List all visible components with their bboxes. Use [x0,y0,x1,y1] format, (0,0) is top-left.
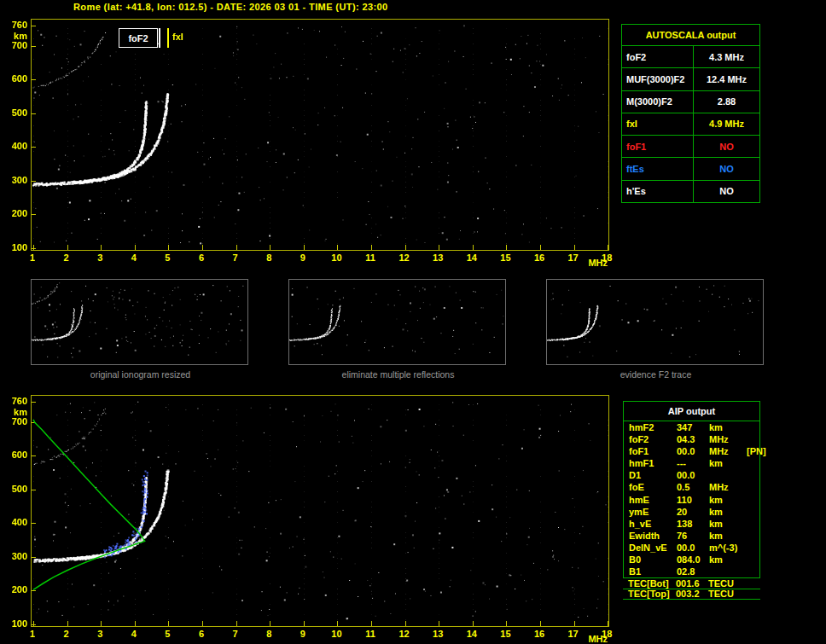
bottom-plot-ytick-760: 760 [2,396,27,406]
aip-extra [747,530,759,542]
aip-row-foe: foE0.5MHz [624,481,759,493]
tec-unit: TECU [708,579,746,589]
top-plot-xtick-15: 15 [498,252,512,263]
bottom-plot-xtick-16: 16 [532,629,546,639]
top-plot-xtick-5: 5 [160,252,174,263]
autoscala-row-value: 4.3 MHz [694,46,759,67]
tec-value: 003.2 [676,589,708,599]
thumbnail-original-ionogram [31,279,248,365]
top-plot-xtick-12: 12 [398,252,411,263]
thumbnail-eliminate-canvas [289,280,505,364]
top-plot-x-axis-unit: MHz [588,258,608,268]
bottom-plot-xtick-13: 13 [431,629,445,639]
top-plot-xtick-11: 11 [364,252,377,263]
aip-unit: km [709,518,747,530]
autoscala-row-label: foF1 [622,136,694,157]
aip-row-hmf1: hmF1---km [624,457,759,469]
thumbnail-original-canvas [32,280,247,364]
aip-extra [747,421,759,433]
aip-unit: km [709,554,747,566]
autoscala-row-value: NO [694,158,759,179]
foF2-marker-label: foF2 [128,33,148,44]
aip-extra: [PN] [747,445,766,457]
bottom-plot-ytick-300: 300 [2,551,27,561]
aip-name: B0 [629,554,677,566]
tec-value: 001.6 [676,579,708,589]
fxI-marker-label: fxI [172,32,183,42]
top-plot-xtick-6: 6 [195,252,208,263]
aip-name: Ewidth [629,530,677,542]
top-plot-ytick-700: 700 [2,40,27,50]
bottom-plot-xtick-17: 17 [567,629,580,639]
top-plot-xtick-8: 8 [262,252,276,263]
autoscala-row-muf-3000-f2: MUF(3000)F212.4 MHz [622,67,759,90]
bottom-plot-ytick-600: 600 [2,450,27,460]
aip-unit: MHz [709,445,747,457]
autoscala-row-fof2: foF24.3 MHz [622,45,759,67]
aip-value: 76 [677,530,709,542]
thumbnail-caption-evidence: evidence F2 trace [546,369,765,380]
aip-extra [747,481,759,493]
tec-row-tec-top-: TEC[Top]003.2TECU [623,589,760,600]
bottom-plot-xtick-8: 8 [262,629,276,639]
bottom-ionogram-canvas [32,396,608,626]
bottom-plot-ytick-700: 700 [2,416,27,426]
top-plot-xtick-7: 7 [229,252,242,263]
top-plot-ytick-300: 300 [2,175,27,185]
aip-value: 00.0 [677,469,709,481]
aip-row-hmf2: hmF2347km [624,421,759,433]
autoscala-row-label: M(3000)F2 [622,91,694,113]
autoscala-row-label: ftEs [622,158,694,179]
aip-row-b1: B102.8 [624,566,759,577]
aip-name: DelN_vE [629,542,677,554]
bottom-plot-xtick-12: 12 [398,629,411,639]
aip-name: B1 [629,566,677,577]
tec-name: TEC[Top] [628,589,676,599]
autoscala-row-h-es: h'EsNO [622,180,759,202]
aip-row-deln-ve: DelN_vE00.0m^(-3) [624,542,759,554]
aip-value: 0.5 [677,481,709,493]
autoscala-row-label: h'Es [622,181,694,202]
autoscala-row-label: foF2 [622,46,694,67]
aip-name: foF1 [629,445,677,457]
aip-name: foF2 [629,433,677,445]
aip-value: 20 [677,506,709,518]
bottom-plot-xtick-3: 3 [93,629,107,639]
thumbnail-eliminate-reflections [288,279,506,365]
top-ionogram-canvas [32,20,608,250]
aip-extra [747,506,759,518]
top-plot-y-axis-unit: km [2,31,27,41]
aip-name: h_vE [629,518,677,530]
autoscala-output-table: AUTOSCALA output foF24.3 MHzMUF(3000)F21… [621,24,760,203]
top-plot-xtick-4: 4 [127,252,141,263]
top-plot-xtick-16: 16 [532,252,546,263]
aip-value: 00.0 [677,542,709,554]
aip-unit: km [709,494,747,506]
top-plot-ytick-760: 760 [2,20,27,30]
aip-row-fof1: foF100.0MHz[PN] [624,445,759,457]
top-plot-ytick-100: 100 [2,242,27,252]
bottom-plot-xtick-2: 2 [60,629,73,639]
aip-row-h-ve: h_vE138km [624,518,759,530]
top-plot-xtick-9: 9 [296,252,310,263]
aip-name: hmF2 [629,421,677,433]
fxI-marker-line [167,28,169,48]
aip-unit: m^(-3) [709,542,747,554]
top-plot-xtick-10: 10 [329,252,343,263]
aip-name: hmF1 [629,457,677,469]
thumbnail-evidence-canvas [547,280,763,364]
top-plot-ytick-500: 500 [2,107,27,118]
bottom-plot-ytick-400: 400 [2,517,27,527]
aip-name: ymE [629,506,677,518]
autoscala-rows: foF24.3 MHzMUF(3000)F212.4 MHzM(3000)F22… [622,45,759,202]
tec-name: TEC[Bot] [628,579,676,589]
foF2-marker-line [159,28,160,48]
autoscala-app-window: Rome (lat: +41.8, lon: 012.5) - DATE: 20… [0,0,826,644]
aip-row-d1: D100.0 [624,469,759,481]
top-plot-xtick-13: 13 [431,252,445,263]
autoscala-row-value: 4.9 MHz [694,113,759,135]
aip-unit: MHz [709,433,747,445]
top-ionogram-plot [31,19,609,251]
autoscala-row-value: NO [694,136,759,157]
aip-name: D1 [629,469,677,481]
